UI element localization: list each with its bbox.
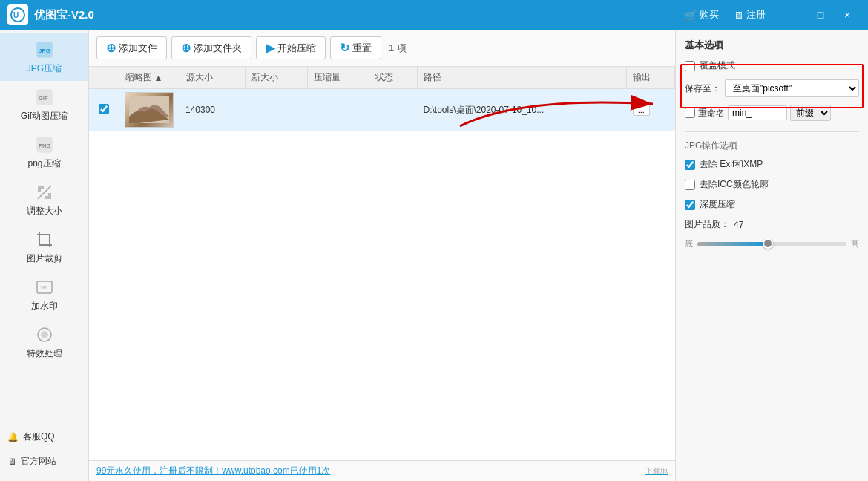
remove-exif-checkbox[interactable] [685, 160, 695, 170]
row-output: ... [627, 89, 675, 131]
quality-label: 图片品质： [685, 218, 729, 231]
svg-text:W: W [41, 284, 47, 291]
table-row[interactable]: 140300 D:\tools\桌面\2020-07-10_10... ... [89, 89, 675, 131]
thumbnail-image [125, 92, 174, 128]
save-to-row: 保存至： 至桌面"picsoft" 原文件夹 自定义文件夹 [685, 79, 859, 97]
svg-text:U: U [13, 11, 19, 19]
sidebar-label-jpg: JPG压缩 [27, 62, 62, 75]
col-new-size: 新大小 [245, 67, 307, 89]
sidebar-item-watermark[interactable]: W 加水印 [0, 271, 88, 318]
slider-low-label: 底 [685, 238, 693, 249]
col-compressed: 压缩量 [307, 67, 369, 89]
col-path: 路径 [418, 67, 627, 89]
close-button[interactable]: × [834, 0, 861, 30]
sidebar-label-effects: 特效处理 [27, 347, 62, 360]
png-icon: PNG [34, 134, 55, 155]
sidebar-item-png[interactable]: PNG png压缩 [0, 128, 88, 176]
row-checkbox[interactable] [99, 104, 109, 114]
row-compressed [307, 89, 369, 131]
remove-exif-label: 去除 Exif和XMP [700, 158, 763, 171]
save-to-select[interactable]: 至桌面"picsoft" 原文件夹 自定义文件夹 [725, 79, 859, 97]
reset-button[interactable]: ↻ 重置 [330, 36, 381, 59]
remove-exif-row: 去除 Exif和XMP [685, 158, 859, 171]
add-file-icon: ⊕ [106, 41, 116, 55]
save-to-label: 保存至： [685, 82, 720, 95]
sidebar-item-effects[interactable]: 特效处理 [0, 318, 88, 366]
row-thumbnail [119, 89, 180, 131]
sidebar-item-resize[interactable]: 调整大小 [0, 176, 88, 223]
slider-thumb[interactable] [763, 238, 773, 249]
resize-icon [34, 182, 55, 203]
start-compress-button[interactable]: ▶ 开始压缩 [256, 36, 326, 59]
remove-icc-label: 去除ICC颜色轮廓 [700, 178, 769, 191]
red-arrow-overlay [675, 82, 683, 141]
jpg-icon: JPG [34, 39, 55, 60]
col-thumbnail: 缩略图 ▲ [119, 67, 180, 89]
title-bar: U 优图宝-V2.0 🛒 购买 🖥 注册 — □ × [0, 0, 868, 30]
slider-track[interactable] [697, 242, 846, 246]
svg-point-12 [41, 331, 48, 338]
rename-suffix-select[interactable]: 前缀 后缀 [790, 105, 831, 121]
sidebar-item-jpg[interactable]: JPG JPG压缩 [0, 33, 88, 81]
file-count: 1 项 [389, 42, 407, 55]
file-list-container[interactable]: 缩略图 ▲ 源大小 新大小 压缩量 状态 路径 输出 [89, 67, 675, 460]
row-status [369, 89, 418, 131]
svg-text:GIF: GIF [39, 95, 48, 102]
add-file-button[interactable]: ⊕ 添加文件 [96, 36, 167, 59]
content-area: ⊕ 添加文件 ⊕ 添加文件夹 ▶ 开始压缩 ↻ 重置 1 项 [89, 30, 675, 481]
sidebar-item-website[interactable]: 🖥 官方网站 [0, 449, 88, 474]
remove-icc-checkbox[interactable] [685, 180, 695, 190]
slider-high-label: 高 [851, 238, 859, 249]
app-title: 优图宝-V2.0 [34, 8, 685, 22]
register-button[interactable]: 🖥 注册 [734, 8, 766, 22]
sidebar-label-resize: 调整大小 [27, 205, 62, 217]
crop-icon [34, 229, 55, 250]
rename-input[interactable] [728, 105, 787, 120]
rename-label: 重命名 [698, 107, 725, 120]
sidebar-label-crop: 图片裁剪 [27, 252, 62, 265]
sort-icon: ▲ [154, 73, 163, 83]
rename-row: 重命名 前缀 后缀 [685, 105, 859, 121]
sidebar-item-crop[interactable]: 图片裁剪 [0, 223, 88, 271]
main-layout: JPG JPG压缩 GIF Gif动图压缩 PNG png压缩 调整大小 [0, 30, 868, 481]
status-text: 99元永久使用，注册后不限制！www.utobao.com已使用1次 [96, 465, 330, 477]
col-source-size: 源大小 [180, 67, 245, 89]
deep-compress-row: 深度压缩 [685, 198, 859, 211]
cart-icon: 🛒 [685, 10, 697, 21]
col-status: 状态 [369, 67, 418, 89]
add-folder-button[interactable]: ⊕ 添加文件夹 [171, 36, 251, 59]
deep-compress-checkbox[interactable] [685, 200, 695, 210]
register-icon: 🖥 [734, 10, 743, 21]
effects-icon [34, 324, 55, 345]
row-checkbox-cell[interactable] [89, 89, 119, 131]
row-path: D:\tools\桌面\2020-07-10_10... [418, 89, 627, 131]
panel-title: 基本选项 [685, 39, 859, 52]
minimize-button[interactable]: — [780, 0, 807, 30]
maximize-button[interactable]: □ [807, 0, 834, 30]
sidebar: JPG JPG压缩 GIF Gif动图压缩 PNG png压缩 调整大小 [0, 30, 89, 481]
window-controls: — □ × [780, 0, 861, 30]
watermark-icon: W [34, 277, 55, 298]
svg-text:PNG: PNG [39, 143, 50, 149]
right-panel: 基本选项 覆盖模式 保存至： 至桌面"picsoft" 原文件夹 自定义文件夹 … [675, 30, 868, 481]
row-new-size [245, 89, 307, 131]
rename-checkbox[interactable] [685, 108, 695, 118]
sidebar-item-gif[interactable]: GIF Gif动图压缩 [0, 81, 88, 128]
sidebar-label-gif: Gif动图压缩 [21, 110, 68, 122]
slider-row: 底 高 [685, 238, 859, 249]
sidebar-item-qq[interactable]: 🔔 客服QQ [0, 425, 88, 449]
start-icon: ▶ [266, 41, 274, 55]
add-folder-icon: ⊕ [181, 41, 191, 55]
sidebar-label-watermark: 加水印 [31, 300, 58, 313]
row-source-size: 140300 [180, 89, 245, 131]
cover-mode-checkbox[interactable] [685, 61, 695, 71]
table-header-row: 缩略图 ▲ 源大小 新大小 压缩量 状态 路径 输出 [89, 67, 675, 89]
qq-icon: 🔔 [7, 432, 19, 442]
reset-icon: ↻ [340, 41, 349, 55]
slider-fill [697, 242, 767, 246]
sidebar-label-website: 官方网站 [21, 455, 56, 468]
app-logo: U [7, 4, 28, 25]
buy-button[interactable]: 🛒 购买 [685, 8, 719, 22]
deep-compress-label: 深度压缩 [700, 198, 735, 211]
output-button[interactable]: ... [633, 104, 650, 116]
